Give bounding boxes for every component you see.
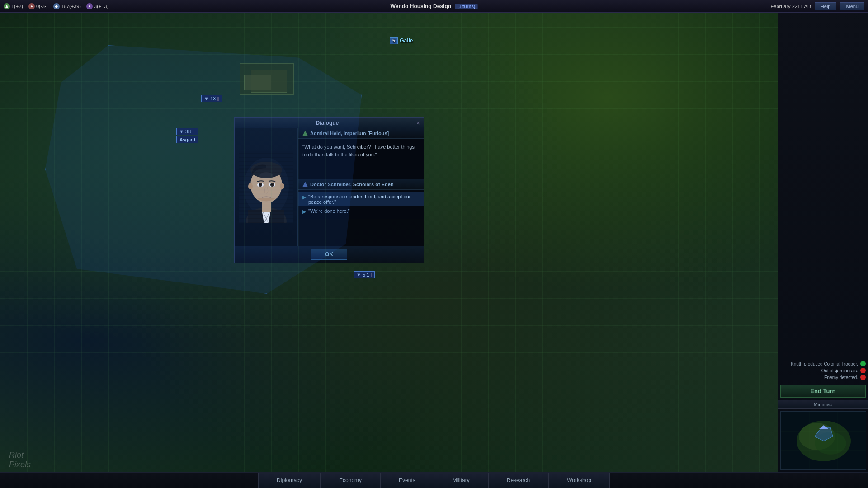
minimap-label: Minimap	[778, 400, 868, 409]
end-turn-button[interactable]: End Turn	[780, 385, 866, 398]
nav-events[interactable]: Events	[380, 473, 434, 488]
city-number-galle: 5	[390, 37, 398, 44]
mineral-value: 167(+39)	[61, 4, 81, 9]
unit-bars3: |	[371, 272, 372, 277]
food-value: 0(·3·)	[36, 4, 48, 9]
map-structure	[244, 75, 271, 90]
unit-bars: ||	[217, 96, 219, 101]
unit-value: 13	[210, 96, 216, 101]
unit-badge-asgard: ▼ 38 |	[176, 128, 198, 135]
city-name-galle: Galle	[400, 38, 413, 44]
city-label-galle[interactable]: 5 Galle	[390, 37, 413, 44]
resource-population: ♟ 1(+2)	[4, 3, 23, 9]
unit-asgard[interactable]: ▼ 38 | Asgard	[176, 128, 198, 143]
unit-icon3: ▼	[356, 272, 361, 277]
nav-diplomacy[interactable]: Diplomacy	[258, 473, 321, 488]
notification-trooper-text: Knuth produced Colonial Trooper.	[791, 361, 858, 366]
top-bar-right: February 2211 AD Help Menu	[771, 2, 868, 10]
right-panel: Knuth produced Colonial Trooper. Out of …	[778, 13, 868, 472]
project-title: Wendo Housing Design	[391, 3, 451, 9]
unit-badge-13[interactable]: ▼ 13 ||	[201, 95, 222, 102]
turn-badge: (1 turns)	[455, 4, 477, 9]
research-value: 3(+13)	[94, 4, 108, 9]
notification-minerals: Out of ◆ minerals.	[780, 368, 866, 373]
notification-enemy: Enemy detected.	[780, 375, 866, 380]
bottom-nav: Diplomacy Economy Events Military Resear…	[0, 472, 868, 488]
research-icon: ★	[86, 3, 93, 9]
top-bar-left: ♟ 1(+2) ● 0(·3·) ◆ 167(+39) ★ 3(+13)	[0, 3, 108, 9]
unit-name-asgard: Asgard	[176, 136, 198, 143]
unit-icon: ▼	[204, 96, 209, 101]
watermark: Riot Pixels	[9, 450, 31, 470]
unit-bars2: |	[192, 129, 193, 134]
resource-mineral: ◆ 167(+39)	[53, 3, 81, 9]
population-icon: ♟	[4, 3, 10, 9]
unit-icon2: ▼	[179, 129, 184, 134]
nav-military[interactable]: Military	[434, 473, 488, 488]
minimap[interactable]	[780, 411, 866, 470]
nav-workshop[interactable]: Workshop	[548, 473, 610, 488]
unit-value-asgard: 38	[185, 129, 191, 134]
top-bar-center: Wendo Housing Design (1 turns)	[391, 3, 478, 9]
help-button[interactable]: Help	[815, 2, 837, 10]
territory-highlight	[45, 45, 362, 294]
watermark-line1: Riot	[9, 450, 31, 460]
notification-enemy-text: Enemy detected.	[824, 375, 858, 380]
date-display: February 2211 AD	[771, 4, 811, 9]
menu-button[interactable]: Menu	[840, 2, 864, 10]
nav-research[interactable]: Research	[488, 473, 548, 488]
notification-enemy-dot	[860, 375, 866, 380]
notification-trooper: Knuth produced Colonial Trooper.	[780, 361, 866, 366]
unit-badge-51[interactable]: ▼ 5.1 |	[354, 271, 375, 278]
resource-research: ★ 3(+13)	[86, 3, 108, 9]
notification-minerals-text: Out of ◆ minerals.	[821, 368, 858, 373]
population-value: 1(+2)	[11, 4, 23, 9]
resource-food: ● 0(·3·)	[28, 3, 48, 9]
watermark-line2: Pixels	[9, 460, 31, 470]
top-bar: ♟ 1(+2) ● 0(·3·) ◆ 167(+39) ★ 3(+13) Wen…	[0, 0, 868, 13]
notification-trooper-dot	[860, 361, 866, 366]
food-icon: ●	[28, 3, 35, 9]
unit-value-51: 5.1	[363, 272, 369, 277]
minimap-svg	[781, 412, 866, 470]
nav-economy[interactable]: Economy	[321, 473, 380, 488]
notification-minerals-dot	[860, 368, 866, 373]
mineral-icon: ◆	[53, 3, 60, 9]
notifications-area: Knuth produced Colonial Trooper. Out of …	[778, 13, 868, 382]
